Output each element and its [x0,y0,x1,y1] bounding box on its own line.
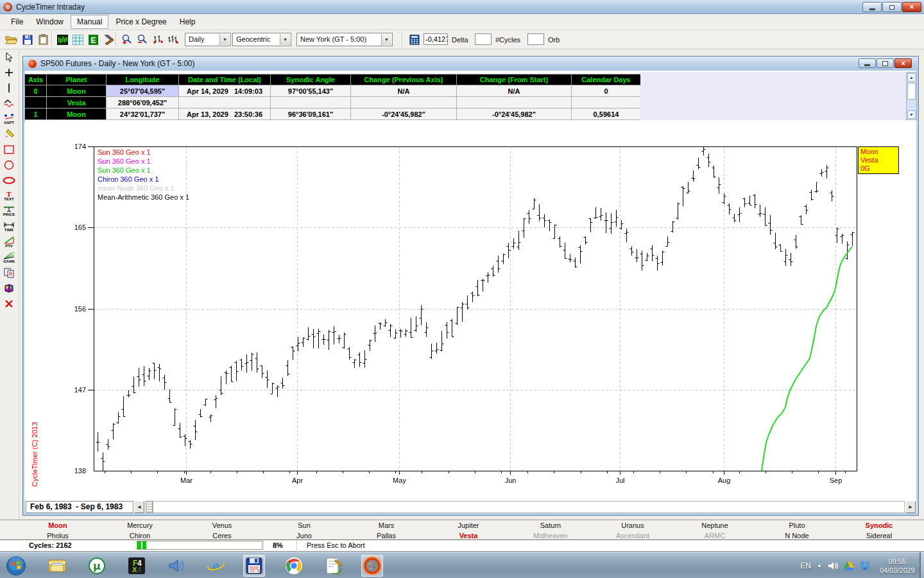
planet-label-bottom[interactable]: Midheaven [509,531,592,541]
vertical-line-icon[interactable] [0,80,18,96]
cell-r2-c1[interactable]: Moon [47,109,107,120]
planet-label-bottom[interactable]: Pholus [17,531,99,541]
planet-label-bottom[interactable]: Ceres [181,531,263,541]
planet-label-top[interactable]: Pluto [756,521,838,530]
planet-label-top[interactable]: Mars [345,521,427,530]
chart-close-button[interactable] [894,58,912,68]
cell-r0-c6[interactable]: N/A [457,85,572,97]
language-indicator[interactable]: EN [800,561,811,570]
volume-app-icon[interactable] [165,555,187,577]
planet-label-bottom[interactable]: ARMC [674,531,756,541]
notepad-plus-icon[interactable] [323,555,345,577]
planet-label-top[interactable]: Mercury [99,521,181,530]
planet-label-top[interactable]: Synodic [838,521,920,530]
open-file-icon[interactable] [4,32,19,47]
chart-hscroll-track[interactable] [153,501,905,513]
cell-r2-c7[interactable]: 0,59614 [572,109,641,120]
planet-label-top[interactable]: Moon [17,521,99,530]
aspect-icon[interactable]: ASPT [0,111,18,127]
price-icon[interactable]: PRICE [0,204,18,219]
table-scrollbar-thumb[interactable] [907,83,916,100]
planet-label-bottom[interactable]: N Node [756,531,838,541]
crosshair-icon[interactable] [0,65,18,80]
internet-explorer-icon[interactable]: e [205,555,227,577]
menu-item-price-x-degree[interactable]: Price x Degree [110,15,172,28]
menu-item-file[interactable]: File [5,15,29,28]
chart-icon[interactable] [55,32,70,47]
menu-item-window[interactable]: Window [30,15,69,28]
chevron-down-icon[interactable]: ▼ [219,34,230,45]
cell-r0-c0[interactable]: 0 [25,85,47,97]
scroll-up-icon[interactable]: ▲ [907,73,916,82]
calculator-icon[interactable] [407,32,422,47]
planet-label-bottom[interactable]: Sidereal [838,531,920,541]
chevron-down-icon[interactable]: ▼ [280,34,290,45]
table-scrollbar[interactable]: ▲ ▼ [906,72,917,120]
fx-app-icon[interactable]: F4X4 [126,555,148,577]
planet-label-top[interactable]: Venus [181,521,263,530]
notebook-icon[interactable] [0,281,18,296]
cell-r1-c7[interactable] [572,97,641,109]
chart-minimize-button[interactable] [859,58,876,68]
chevron-down-icon[interactable]: ▼ [381,34,391,45]
text-icon[interactable]: TTEXT [0,188,18,204]
orb-field[interactable] [527,33,544,45]
close-button[interactable]: ✕ [902,2,921,12]
planet-label-bottom[interactable]: Chiron [99,531,181,541]
planet-label-top[interactable]: Jupiter [427,521,509,530]
scroll-drag-handle[interactable] [146,501,153,513]
cell-r1-c4[interactable] [271,97,351,109]
cell-r0-c1[interactable]: Moon [47,85,107,97]
cell-r2-c4[interactable]: 96°36'09,161" [271,109,351,120]
show-desktop-button[interactable] [920,552,924,578]
grid-icon[interactable] [71,32,85,47]
dropbox-icon[interactable] [860,561,870,570]
cell-r1-c6[interactable] [457,97,572,109]
cycles-count-field[interactable] [475,33,492,45]
scroll-down-icon[interactable]: ▼ [907,110,916,119]
planet-label-bottom[interactable]: Ascendant [592,531,674,541]
taskbar-clock[interactable]: 09:55 04/03/2029 [876,557,919,575]
cell-r2-c6[interactable]: -0°24'45,982" [457,109,572,120]
minimize-button[interactable] [862,2,882,12]
planet-label-bottom[interactable]: Pallas [345,531,427,541]
ellipse-icon[interactable] [0,173,18,188]
menu-item-manual[interactable]: Manual [71,15,108,29]
pointer-icon[interactable] [0,49,18,65]
timezone-select[interactable]: New York (GT - 5:00)▼ [296,33,393,46]
cell-r2-c0[interactable]: 1 [25,109,47,120]
bars-step-icon[interactable] [166,32,180,47]
cell-r1-c2[interactable]: 288°06'09,452" [107,97,179,109]
save-icon[interactable] [20,32,35,47]
bars-add-icon[interactable] [150,32,165,47]
period-select[interactable]: Daily▼ [185,33,231,46]
cell-r0-c3[interactable]: Apr 14, 2029 14:09:03 [179,85,271,97]
clipboard-icon[interactable] [36,32,51,47]
zoom-out-icon[interactable] [135,32,150,47]
tray-volume-icon[interactable] [828,561,838,570]
copy-icon[interactable] [0,265,18,281]
chart-window-titlebar[interactable]: SP500 Futures - Daily - New York (GT - 5… [23,57,918,71]
cell-r1-c5[interactable] [351,97,457,109]
planet-label-top[interactable]: Sun [263,521,345,530]
cycle-wave-icon[interactable] [0,96,18,111]
cell-r0-c5[interactable]: N/A [351,85,457,97]
planet-label-top[interactable]: Uranus [592,521,674,530]
chart-maximize-button[interactable] [877,58,894,68]
pencil-icon[interactable] [0,127,18,142]
rectangle-icon[interactable] [0,142,18,157]
cell-r1-c1[interactable]: Vesta [47,97,107,109]
planet-label-top[interactable]: Saturn [509,521,592,530]
planet-label-bottom[interactable]: Vesta [427,531,509,541]
hidden-icons-icon[interactable]: ▲ [817,563,822,568]
explorer-icon[interactable] [46,555,68,577]
restore-button[interactable] [882,2,902,12]
scroll-left-icon[interactable]: ◄ [134,501,144,513]
cell-r2-c2[interactable]: 24°32'01,737" [107,109,179,120]
cell-r1-c3[interactable] [179,97,271,109]
delta-value-field[interactable]: -0,4127 [424,33,448,45]
ptv-icon[interactable]: PTV [0,234,18,250]
start-orb[interactable] [5,555,27,577]
delete-icon[interactable] [0,296,18,311]
scroll-right-icon[interactable]: ► [905,501,916,513]
